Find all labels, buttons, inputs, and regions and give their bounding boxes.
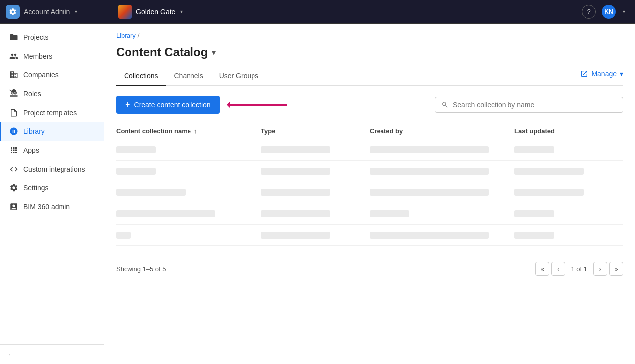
page-title-row: Content Catalog ▾ xyxy=(116,45,623,59)
content-area: Library / Content Catalog ▾ Collections … xyxy=(104,24,635,364)
cell-name xyxy=(116,232,261,239)
create-btn-plus-icon: + xyxy=(125,100,130,109)
cell-type xyxy=(261,168,370,175)
cell-type xyxy=(261,232,370,239)
search-input[interactable] xyxy=(453,101,617,109)
pagination-next-button[interactable]: › xyxy=(593,262,607,276)
manage-label: Manage xyxy=(591,70,617,78)
tab-collections[interactable]: Collections xyxy=(116,67,166,86)
table-row xyxy=(116,225,623,246)
avatar-chevron-icon[interactable]: ▾ xyxy=(623,9,625,14)
pagination-prev-button[interactable]: ‹ xyxy=(551,262,565,276)
arrow-annotation xyxy=(228,104,287,106)
sidebar-label-settings: Settings xyxy=(23,184,49,192)
table-container: Content collection name ↑ Type Created b… xyxy=(116,123,623,246)
sidebar-label-library: Library xyxy=(23,127,45,135)
user-avatar[interactable]: KN xyxy=(602,5,616,19)
cell-name xyxy=(116,168,261,175)
sidebar-label-apps: Apps xyxy=(23,146,39,154)
project-thumbnail xyxy=(118,5,132,19)
search-icon xyxy=(441,101,449,109)
create-content-collection-button[interactable]: + Create content collection xyxy=(116,96,220,114)
pagination-page-info: 1 of 1 xyxy=(567,265,591,273)
sidebar-label-projects: Projects xyxy=(23,33,49,41)
sidebar: Projects Members Companies Roles Project… xyxy=(0,24,104,364)
pagination-last-button[interactable]: » xyxy=(609,262,623,276)
sidebar-item-custom-integrations[interactable]: Custom integrations xyxy=(0,160,104,179)
sidebar-item-settings[interactable]: Settings xyxy=(0,179,104,197)
sidebar-item-companies[interactable]: Companies xyxy=(0,65,104,84)
cell-type xyxy=(261,189,370,196)
sidebar-footer: ← xyxy=(0,344,104,364)
table-row xyxy=(116,139,623,161)
cell-last-updated xyxy=(514,232,623,239)
breadcrumb-separator: / xyxy=(138,32,140,39)
sort-name-icon[interactable]: ↑ xyxy=(194,127,197,135)
sidebar-label-members: Members xyxy=(23,52,52,60)
tabs-left: Collections Channels User Groups xyxy=(116,67,266,85)
sidebar-item-projects[interactable]: Projects xyxy=(0,28,104,47)
create-btn-label: Create content collection xyxy=(134,101,211,109)
col-header-created-by: Created by xyxy=(370,127,514,135)
cell-last-updated xyxy=(514,189,623,196)
cell-last-updated xyxy=(514,146,623,153)
cell-created-by xyxy=(370,232,514,239)
sidebar-item-roles[interactable]: Roles xyxy=(0,84,104,103)
cell-name xyxy=(116,189,261,196)
account-admin-label: Account Admin xyxy=(24,8,70,16)
table-row xyxy=(116,203,623,225)
cell-name xyxy=(116,146,261,153)
cell-last-updated xyxy=(514,168,623,175)
sidebar-label-custom-integrations: Custom integrations xyxy=(23,165,85,173)
table-row xyxy=(116,161,623,182)
col-header-last-updated: Last updated xyxy=(514,127,623,135)
sidebar-item-library[interactable]: Library xyxy=(0,122,104,141)
cell-type xyxy=(261,210,370,217)
sidebar-label-companies: Companies xyxy=(23,71,59,79)
search-box[interactable] xyxy=(435,97,623,113)
showing-text: Showing 1–5 of 5 xyxy=(116,265,166,273)
pagination-first-button[interactable]: « xyxy=(535,262,549,276)
breadcrumb-library-link[interactable]: Library xyxy=(116,32,136,39)
cell-created-by xyxy=(370,210,514,217)
page-title: Content Catalog xyxy=(116,45,208,59)
project-name-label: Golden Gate xyxy=(136,8,175,16)
tab-user-groups[interactable]: User Groups xyxy=(211,67,266,86)
manage-button[interactable]: Manage ▾ xyxy=(580,70,623,83)
sidebar-label-project-templates: Project templates xyxy=(23,109,77,117)
page-title-chevron-icon[interactable]: ▾ xyxy=(212,48,216,57)
cell-created-by xyxy=(370,189,514,196)
sidebar-item-members[interactable]: Members xyxy=(0,47,104,65)
sidebar-item-project-templates[interactable]: Project templates xyxy=(0,103,104,122)
table-row xyxy=(116,182,623,203)
account-chevron-icon[interactable]: ▾ xyxy=(75,9,77,14)
pagination-controls: « ‹ 1 of 1 › » xyxy=(535,262,623,276)
sidebar-label-roles: Roles xyxy=(23,90,41,98)
pagination: Showing 1–5 of 5 « ‹ 1 of 1 › » xyxy=(116,256,623,276)
tab-channels[interactable]: Channels xyxy=(166,67,211,86)
cell-created-by xyxy=(370,146,514,153)
manage-chevron-icon: ▾ xyxy=(620,70,623,78)
toolbar: + Create content collection xyxy=(116,96,623,114)
help-button[interactable]: ? xyxy=(582,5,596,19)
account-admin-icon xyxy=(6,5,20,19)
cell-name xyxy=(116,210,261,217)
cell-type xyxy=(261,146,370,153)
sidebar-collapse-button[interactable]: ← xyxy=(8,351,96,358)
col-header-type: Type xyxy=(261,127,370,135)
col-header-name: Content collection name ↑ xyxy=(116,127,261,135)
breadcrumb: Library / xyxy=(116,32,623,39)
sidebar-nav: Projects Members Companies Roles Project… xyxy=(0,24,104,344)
sidebar-label-bim360: BIM 360 admin xyxy=(23,203,70,211)
project-chevron-icon[interactable]: ▾ xyxy=(180,9,183,14)
tabs-row: Collections Channels User Groups Manage … xyxy=(116,67,623,86)
cell-created-by xyxy=(370,168,514,175)
sidebar-item-apps[interactable]: Apps xyxy=(0,141,104,160)
sidebar-item-bim360[interactable]: BIM 360 admin xyxy=(0,197,104,216)
table-header: Content collection name ↑ Type Created b… xyxy=(116,123,623,139)
cell-last-updated xyxy=(514,210,623,217)
